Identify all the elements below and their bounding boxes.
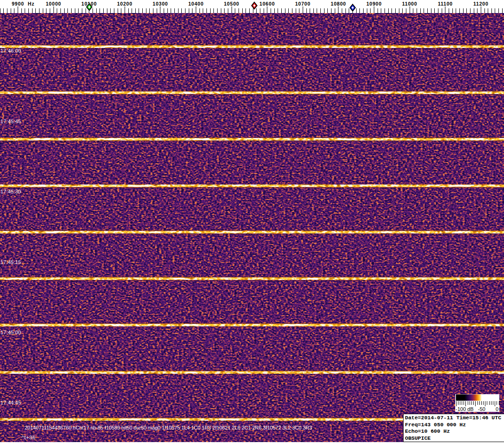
svg-text:10800: 10800 — [331, 1, 346, 7]
svg-text:11100: 11100 — [438, 1, 453, 7]
svg-text:11200: 11200 — [473, 1, 489, 7]
svg-text:10000: 10000 — [46, 1, 61, 7]
svg-text:10500: 10500 — [224, 1, 239, 7]
svg-text:11000: 11000 — [402, 1, 418, 7]
svg-text:10600: 10600 — [259, 1, 275, 7]
svg-text:-100 dB: -100 dB — [456, 406, 474, 412]
svg-text:Hz: Hz — [28, 1, 34, 7]
svg-text:-50: -50 — [478, 406, 485, 412]
svg-text:9900: 9900 — [12, 1, 24, 7]
svg-text:0: 0 — [496, 406, 498, 412]
svg-text:10200: 10200 — [117, 1, 133, 7]
svg-text:10300: 10300 — [153, 1, 168, 7]
svg-text:10400: 10400 — [188, 1, 204, 7]
svg-text:10700: 10700 — [295, 1, 311, 7]
svg-text:10900: 10900 — [366, 1, 382, 7]
